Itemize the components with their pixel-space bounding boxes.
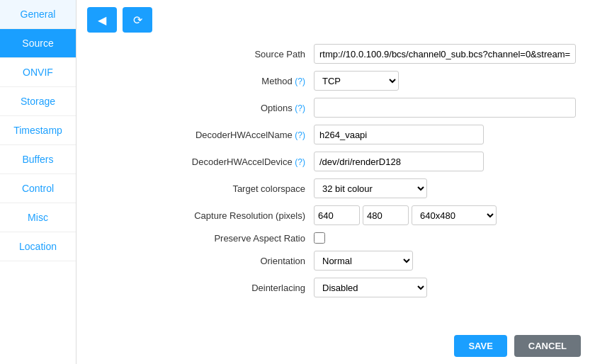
decoder-hw-accel-device-help[interactable]: (?): [295, 157, 305, 167]
orientation-select[interactable]: Normal Rotate Right Rotate Left Flip: [314, 251, 413, 271]
options-help[interactable]: (?): [295, 103, 305, 113]
back-icon: ◀: [98, 13, 106, 27]
sidebar-item-buffers[interactable]: Buffers: [0, 145, 76, 174]
form-area: Source Path Method (?) TCP UDP HTTP Opti…: [87, 44, 584, 321]
decoder-hw-accel-name-row: DecoderHWAccelName (?): [87, 125, 584, 144]
main-content: ◀ ⟳ Source Path Method (?) TCP UDP HTTP: [76, 0, 595, 364]
preserve-aspect-ratio-label: Preserve Aspect Ratio: [87, 233, 314, 244]
target-colorspace-select[interactable]: 32 bit colour 24 bit colour Greyscale: [314, 178, 427, 198]
preserve-aspect-ratio-wrap: [314, 232, 325, 244]
decoder-hw-accel-device-input[interactable]: [314, 152, 484, 171]
sidebar-item-control[interactable]: Control: [0, 174, 76, 203]
target-colorspace-label: Target colorspace: [87, 183, 314, 194]
orientation-label: Orientation: [87, 256, 314, 266]
sidebar-item-onvif[interactable]: ONVIF: [0, 58, 76, 87]
toolbar: ◀ ⟳: [87, 7, 584, 33]
options-row: Options (?): [87, 98, 584, 118]
method-row: Method (?) TCP UDP HTTP: [87, 71, 584, 91]
sidebar: General Source ONVIF Storage Timestamp B…: [0, 0, 76, 364]
capture-resolution-row: Capture Resolution (pixels) 640x480 1280…: [87, 205, 584, 225]
actions: SAVE CANCEL: [87, 335, 584, 357]
sidebar-item-source[interactable]: Source: [0, 29, 76, 58]
orientation-row: Orientation Normal Rotate Right Rotate L…: [87, 251, 584, 271]
preserve-aspect-ratio-checkbox[interactable]: [314, 232, 325, 244]
decoder-hw-accel-device-label: DecoderHWAccelDevice (?): [87, 157, 314, 167]
resolution-group: 640x480 1280x720 1920x1080: [314, 205, 497, 225]
capture-height-input[interactable]: [363, 205, 409, 225]
decoder-hw-accel-name-input[interactable]: [314, 125, 484, 144]
decoder-hw-accel-name-label: DecoderHWAccelName (?): [87, 130, 314, 140]
method-label: Method (?): [87, 76, 314, 86]
preserve-aspect-ratio-row: Preserve Aspect Ratio: [87, 232, 584, 244]
source-path-input[interactable]: [314, 44, 576, 64]
sidebar-item-storage[interactable]: Storage: [0, 87, 76, 116]
source-path-row: Source Path: [87, 44, 584, 64]
save-button[interactable]: SAVE: [454, 335, 506, 357]
deinterlacing-label: Deinterlacing: [87, 283, 314, 293]
deinterlacing-row: Deinterlacing Disabled Enabled Force: [87, 278, 584, 297]
method-help[interactable]: (?): [295, 76, 305, 86]
method-select[interactable]: TCP UDP HTTP: [314, 71, 399, 91]
cancel-button[interactable]: CANCEL: [514, 335, 581, 357]
deinterlacing-select[interactable]: Disabled Enabled Force: [314, 278, 427, 297]
back-button[interactable]: ◀: [87, 7, 117, 33]
resolution-combo[interactable]: 640x480 1280x720 1920x1080: [412, 205, 497, 225]
target-colorspace-row: Target colorspace 32 bit colour 24 bit c…: [87, 178, 584, 198]
refresh-button[interactable]: ⟳: [123, 7, 152, 33]
decoder-hw-accel-name-help[interactable]: (?): [295, 130, 305, 140]
options-label: Options (?): [87, 103, 314, 113]
capture-width-input[interactable]: [314, 205, 360, 225]
sidebar-item-general[interactable]: General: [0, 0, 76, 29]
sidebar-item-timestamp[interactable]: Timestamp: [0, 116, 76, 145]
refresh-icon: ⟳: [133, 13, 142, 27]
decoder-hw-accel-device-row: DecoderHWAccelDevice (?): [87, 152, 584, 171]
sidebar-item-misc[interactable]: Misc: [0, 203, 76, 232]
source-path-label: Source Path: [87, 49, 314, 59]
capture-resolution-label: Capture Resolution (pixels): [87, 210, 314, 221]
options-input[interactable]: [314, 98, 576, 118]
sidebar-item-location[interactable]: Location: [0, 232, 76, 261]
